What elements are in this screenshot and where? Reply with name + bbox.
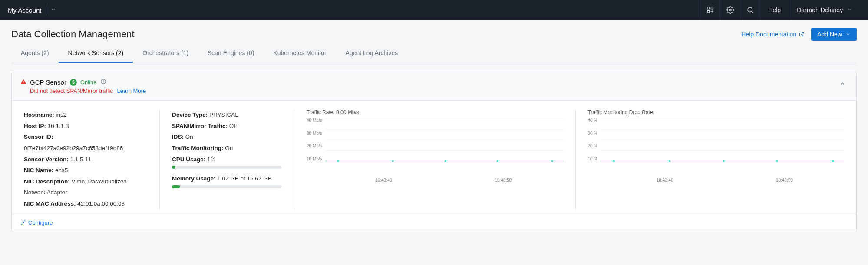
sensor-card-head-left: GCP Sensor $ Online Did not detect SPAN/… xyxy=(20,79,146,94)
topbar-right: Help Darragh Delaney xyxy=(700,0,860,20)
xtick: 10:43:40 xyxy=(657,178,673,183)
chart-plot xyxy=(325,118,563,161)
field-cpu: CPU Usage: 1% xyxy=(172,154,282,165)
help-doc-label: Help Documentation xyxy=(741,31,796,38)
ytick: 20 Mb/s xyxy=(307,144,322,148)
topbar-left: My Account xyxy=(8,5,56,15)
field-nicmac: NIC MAC Address: 42:01:0a:00:00:03 xyxy=(24,198,147,209)
gear-icon[interactable] xyxy=(720,0,740,20)
help-label: Help xyxy=(768,7,781,13)
add-new-button[interactable]: Add New xyxy=(811,28,857,41)
svg-rect-2 xyxy=(707,11,710,13)
cpu-usage-bar xyxy=(172,166,282,169)
page: Data Collection Management Help Document… xyxy=(0,20,868,240)
tab-scan-engines[interactable]: Scan Engines (0) xyxy=(198,45,264,63)
warning-text: Did not detect SPAN/Mirror traffic xyxy=(30,88,113,94)
sensor-name: GCP Sensor xyxy=(30,79,66,86)
ytick: 10 Mb/s xyxy=(307,157,322,161)
pencil-icon xyxy=(20,220,26,225)
chevron-down-icon xyxy=(845,32,851,37)
info-icon[interactable] xyxy=(100,79,106,86)
sensor-card-body: Hostname: ins2 Host IP: 10.1.1.3 Sensor … xyxy=(12,101,856,214)
svg-rect-0 xyxy=(707,7,710,9)
collapse-toggle[interactable] xyxy=(837,79,848,90)
status-badge-icon: $ xyxy=(70,79,77,86)
chart-title: Traffic Rate: 0.00 Mb/s xyxy=(307,109,563,115)
sensor-title-row: GCP Sensor $ Online xyxy=(20,79,146,86)
user-menu[interactable]: Darragh Delaney xyxy=(789,0,860,20)
svg-line-8 xyxy=(801,33,804,35)
status-text: Online xyxy=(80,79,97,85)
tabs: Agents (2) Network Sensors (2) Orchestra… xyxy=(11,45,857,63)
page-title: Data Collection Management xyxy=(11,29,135,40)
chart-title: Traffic Monitoring Drop Rate: xyxy=(588,109,845,115)
chevron-down-icon[interactable] xyxy=(51,7,56,13)
ytick: 40 % xyxy=(588,118,598,123)
field-ids: IDS: On xyxy=(172,131,282,143)
field-hostip: Host IP: 10.1.1.3 xyxy=(24,121,147,132)
details-column-2: Device Type: PHYSICAL SPAN/Mirror Traffi… xyxy=(159,109,294,209)
svg-point-6 xyxy=(748,7,752,12)
search-icon[interactable] xyxy=(740,0,760,20)
ytick: 10 % xyxy=(588,157,598,161)
topbar: My Account Help Darragh Delaney xyxy=(0,0,868,20)
configure-label: Configure xyxy=(28,219,53,226)
sensor-card-head: GCP Sensor $ Online Did not detect SPAN/… xyxy=(12,72,856,101)
xtick: 10:43:50 xyxy=(776,178,793,183)
warning-icon xyxy=(20,79,26,86)
memory-usage-bar xyxy=(172,185,282,188)
tab-agents[interactable]: Agents (2) xyxy=(11,45,59,63)
field-sensorver: Sensor Version: 1.1.5.11 xyxy=(24,154,147,165)
tab-agent-log-archives[interactable]: Agent Log Archives xyxy=(336,45,408,63)
account-selector-label[interactable]: My Account xyxy=(8,7,42,14)
tab-network-sensors[interactable]: Network Sensors (2) xyxy=(59,45,133,63)
add-new-label: Add New xyxy=(817,31,842,38)
page-head: Data Collection Management Help Document… xyxy=(11,28,857,41)
svg-rect-1 xyxy=(711,7,713,9)
chart-traffic-rate: Traffic Rate: 0.00 Mb/s 40 Mb/s 30 Mb/s … xyxy=(294,109,575,209)
ytick: 40 Mb/s xyxy=(307,118,322,123)
chevron-up-icon xyxy=(839,80,846,87)
ytick: 20 % xyxy=(588,144,598,148)
chart-plot xyxy=(600,118,844,161)
sensor-card-foot: Configure xyxy=(12,214,856,232)
ytick: 30 % xyxy=(588,131,598,136)
tab-orchestrators[interactable]: Orchestrators (1) xyxy=(133,45,198,63)
details-column-1: Hostname: ins2 Host IP: 10.1.1.3 Sensor … xyxy=(12,109,159,209)
help-documentation-link[interactable]: Help Documentation xyxy=(741,31,804,38)
learn-more-link[interactable]: Learn More xyxy=(117,88,146,94)
field-mem: Memory Usage: 1.02 GB of 15.67 GB xyxy=(172,173,282,184)
field-nicdesc: NIC Description: Virtio, Paravirtualized… xyxy=(24,176,147,198)
divider xyxy=(46,5,46,15)
chart-xaxis: 10:43:40 10:43:50 xyxy=(588,178,845,183)
cpu-usage-fill xyxy=(172,166,175,169)
field-span: SPAN/Mirror Traffic: Off xyxy=(172,121,282,132)
chart-yaxis: 40 Mb/s 30 Mb/s 20 Mb/s 10 Mb/s xyxy=(307,118,325,161)
svg-point-5 xyxy=(729,9,732,11)
chart-plot-area: 40 Mb/s 30 Mb/s 20 Mb/s 10 Mb/s xyxy=(307,118,563,170)
apps-icon[interactable] xyxy=(700,0,720,20)
xtick: 10:43:50 xyxy=(495,178,512,183)
chart-yaxis: 40 % 30 % 20 % 10 % xyxy=(588,118,601,161)
user-name: Darragh Delaney xyxy=(797,7,843,13)
configure-link[interactable]: Configure xyxy=(20,219,53,226)
xtick: 10:43:40 xyxy=(375,178,392,183)
chart-drop-rate: Traffic Monitoring Drop Rate: 40 % 30 % … xyxy=(575,109,857,209)
chart-plot-area: 40 % 30 % 20 % 10 % xyxy=(588,118,845,170)
chevron-down-icon xyxy=(847,7,852,13)
field-nicname: NIC Name: ens5 xyxy=(24,165,147,176)
svg-line-7 xyxy=(752,11,753,13)
chart-xaxis: 10:43:40 10:43:50 xyxy=(307,178,563,183)
memory-usage-fill xyxy=(172,185,180,188)
warning-row: Did not detect SPAN/Mirror traffic Learn… xyxy=(20,88,146,94)
field-trafmon: Traffic Monitoring: On xyxy=(172,143,282,154)
svg-point-11 xyxy=(103,80,103,81)
field-devtype: Device Type: PHYSICAL xyxy=(172,109,282,121)
ytick: 30 Mb/s xyxy=(307,131,322,136)
help-link[interactable]: Help xyxy=(760,0,789,20)
tab-kubernetes-monitor[interactable]: Kubernetes Monitor xyxy=(264,45,336,63)
field-hostname: Hostname: ins2 xyxy=(24,109,147,121)
sensor-card: GCP Sensor $ Online Did not detect SPAN/… xyxy=(11,72,857,232)
external-link-icon xyxy=(799,32,804,37)
page-head-right: Help Documentation Add New xyxy=(741,28,857,41)
